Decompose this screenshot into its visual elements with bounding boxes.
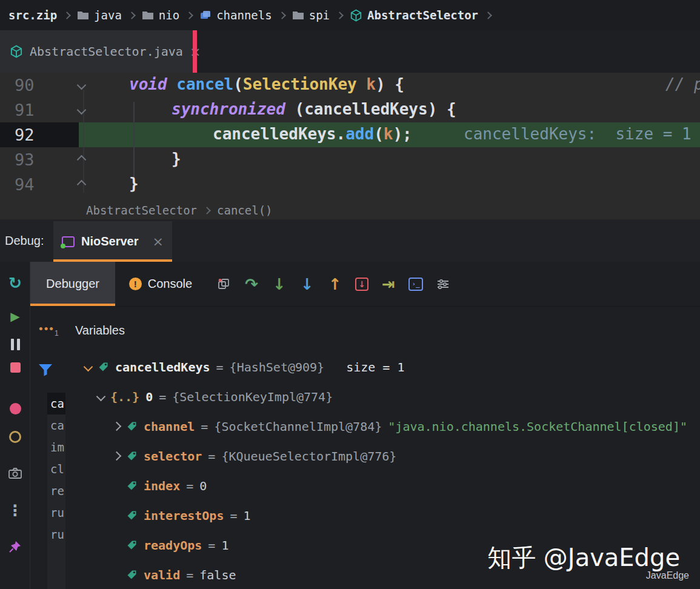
breadcrumb-item-nio[interactable]: nio [142,8,179,22]
folder-icon [292,10,304,21]
code-line-93[interactable]: 93} [0,147,700,172]
hidden-tabs-overflow[interactable]: •••1 [39,322,59,338]
mute-breakpoints-icon[interactable] [0,427,30,447]
editor-tab[interactable]: AbstractSelector.java × [0,30,193,73]
overflow-dots-icon: ••• [39,322,55,335]
fold-marker-icon[interactable] [77,105,87,115]
breadcrumb-method[interactable]: cancel() [217,204,273,217]
variable-name: channel [144,419,195,434]
variable-row-cancelledKeys[interactable]: cancelledKeys={HashSet@909}size = 1 [30,352,700,382]
line-number: 91 [15,101,35,119]
breadcrumb: src.zipjavaniochannelsspiAbstractSelecto… [0,0,700,30]
run-to-cursor-icon[interactable]: ⇥ [381,276,396,292]
step-out-icon[interactable]: ↑ [327,276,343,292]
breadcrumb-label: src.zip [8,8,57,22]
show-execution-point-icon[interactable] [216,276,232,292]
layout-settings-icon[interactable] [435,276,451,292]
breadcrumb-separator-icon [484,12,492,19]
debug-session-title: NioServer [81,235,139,248]
array-element-icon: {..} [110,390,139,404]
variable-row-channel[interactable]: channel={SocketChannelImpl@784}"java.nio… [30,411,700,441]
variable-name: interestOps [144,508,224,523]
code-line-91[interactable]: 91synchronized (cancelledKeys) { [0,98,700,122]
variable-row-interestOps[interactable]: interestOps=1 [30,501,700,530]
code-text: } [172,150,181,168]
fold-marker-icon[interactable] [77,81,87,90]
variable-type-value: {SelectionKeyImpl@774} [172,390,333,404]
reset-frame-icon[interactable]: ↓ [355,278,368,291]
variable-name: selector [144,449,202,464]
fold-marker-icon[interactable] [77,155,87,165]
breadcrumb-item-spi[interactable]: spi [292,8,330,22]
equals-sign: = [208,449,215,464]
expander-down-icon[interactable] [84,362,93,372]
breakpoint-icon[interactable] [0,399,30,418]
pause-program-icon[interactable] [0,334,30,354]
editor-tab-title: AbstractSelector.java [30,44,183,59]
breadcrumb-separator-icon [336,12,344,19]
resume-program-icon[interactable]: ▶ [0,307,30,326]
close-session-icon[interactable]: × [153,234,164,249]
equals-sign: = [216,360,224,374]
code-line-94[interactable]: 94} [0,172,700,197]
equals-sign: = [159,390,166,404]
variable-value: 1 [221,538,228,553]
tab-console[interactable]: ! Console [115,262,206,306]
trailing-comment: // p [665,75,700,93]
step-into-icon[interactable]: ↓ [272,276,287,292]
thread-dump-icon[interactable] [0,464,30,483]
variable-row-index[interactable]: index=0 [30,471,700,501]
step-over-icon[interactable]: ↷ [244,276,259,292]
variable-name: 0 [145,390,153,404]
pin-tab-icon[interactable] [0,537,30,556]
equals-sign: = [208,538,215,553]
expander-right-icon[interactable] [112,422,122,431]
debug-tool-window-header: Debug: NioServer × [0,219,700,262]
equals-sign: = [186,568,193,582]
watermark-main: 知乎 @JavaEdge [487,541,680,574]
folder-icon [77,10,89,21]
terminal-prompt: ›_ [412,281,419,287]
field-tag-icon [126,421,138,432]
breadcrumb-item-channels[interactable]: channels [199,8,272,22]
variable-value: 0 [199,479,207,493]
debug-session-tab[interactable]: NioServer × [53,221,172,262]
code-text: } [129,175,139,193]
code-text: synchronized (cancelledKeys) { [172,100,456,118]
field-tag-icon [126,539,138,551]
run-configuration-icon [62,236,75,247]
rerun-debug-icon[interactable]: ↻ [0,273,30,293]
ide-window: src.zipjavaniochannelsspiAbstractSelecto… [0,0,700,589]
variable-row-selector[interactable]: selector={KQueueSelectorImpl@776} [30,441,700,471]
tab-debugger[interactable]: Debugger [30,262,115,306]
tab-debugger-label: Debugger [46,277,99,291]
stop-process-icon[interactable] [0,358,30,377]
fold-marker-icon[interactable] [77,180,87,190]
variable-row-0[interactable]: {..}0={SelectionKeyImpl@774} [30,382,700,411]
package-icon [199,10,212,21]
debugger-toolbar: Debugger ! Console ↷ ↓ ↓ ↑ ↓ [30,262,700,307]
breadcrumb-separator-icon [203,207,211,215]
expander-right-icon[interactable] [112,451,122,461]
code-line-90[interactable]: 90void cancel(SelectionKey k) {// p [0,73,700,98]
breadcrumb-item-abstractselector[interactable]: AbstractSelector [350,8,478,22]
debugger-pane: Debugger ! Console ↷ ↓ ↓ ↑ ↓ [30,262,700,589]
code-editor[interactable]: 90void cancel(SelectionKey k) {// p91syn… [0,73,700,201]
more-options-icon[interactable]: ⋮ [0,501,30,520]
code-line-92[interactable]: 92cancelledKeys.add(k);cancelledKeys: si… [0,122,700,147]
breadcrumb-label: java [94,8,122,22]
equals-sign: = [201,419,208,434]
breadcrumb-label: spi [309,8,330,22]
editor-tab-bar: AbstractSelector.java × [0,30,700,73]
breadcrumb-separator-icon [63,12,71,19]
breadcrumb-item-src-zip[interactable]: src.zip [8,8,57,22]
expander-down-icon[interactable] [96,392,106,402]
active-tab-underline [30,304,115,306]
field-tag-icon [126,450,138,462]
force-step-into-icon[interactable]: ↓ [299,276,315,292]
terminal-icon[interactable]: ›_ [408,278,423,291]
breadcrumb-class[interactable]: AbstractSelector [86,204,197,217]
breadcrumb-item-java[interactable]: java [77,8,122,22]
overflow-count: 1 [55,329,59,338]
line-number: 94 [15,175,35,194]
